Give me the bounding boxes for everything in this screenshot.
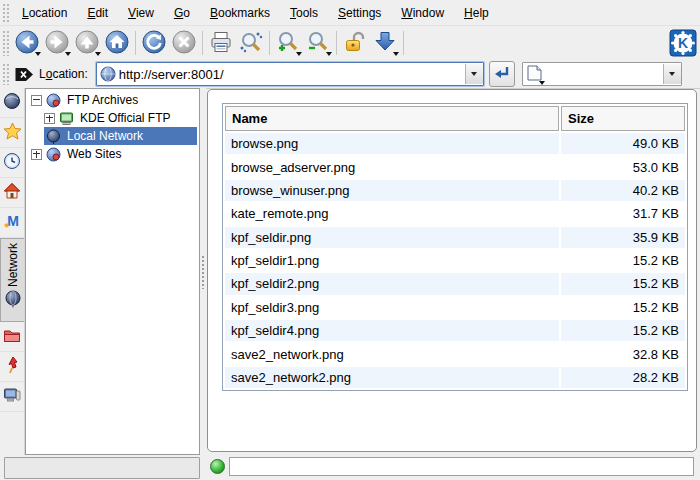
menu-edit[interactable]: Edit [77,2,118,24]
tree-item-ftp-archives[interactable]: FTP Archives [26,91,199,109]
toolbar-grip[interactable] [2,30,9,57]
metabar-m-icon: M [3,212,21,233]
collapse-expander-icon[interactable] [31,95,42,106]
menu-location[interactable]: Location [12,2,77,24]
ftp-globe-icon [46,93,61,108]
network-tab-label: Network [6,243,20,287]
secondary-dropdown-button[interactable] [663,64,681,84]
sidebar-tab-media-player[interactable] [0,382,24,412]
home-icon [104,29,130,58]
main-toolbar: K [0,26,700,61]
file-name: kpf_seldir.png [225,227,559,248]
svg-text:K: K [678,35,688,51]
expand-expander-icon[interactable] [44,113,55,124]
table-row: browse_winuser.png40.2 KB [225,180,685,201]
location-toolbar: Location: [0,60,700,89]
go-button[interactable] [489,61,515,87]
svg-text:M: M [7,213,19,229]
sidebar-tab-bookmarks[interactable] [0,118,24,148]
location-combobox[interactable] [96,62,484,86]
file-size: 15.2 KB [561,297,685,318]
file-size: 35.9 KB [561,227,685,248]
tree-item-web-sites[interactable]: Web Sites [26,145,199,163]
secondary-combobox[interactable] [522,62,682,86]
clear-location-button[interactable] [14,66,35,83]
zoom-in-button[interactable] [273,28,303,58]
reload-button[interactable] [139,28,169,58]
kde-ftp-icon [59,111,74,126]
file-table: Name Size browse.png49.0 KB browse_adser… [222,103,688,391]
stop-icon [171,29,197,58]
security-lock-button[interactable] [340,28,370,58]
tree-item-kde-official-ftp[interactable]: KDE Official FTP [26,109,199,127]
chevron-down-icon [95,52,101,56]
up-button[interactable] [72,28,102,58]
download-button[interactable] [370,28,400,58]
globe-dark-icon [3,92,21,113]
table-row: save2_network.png32.8 KB [225,343,685,364]
print-button[interactable] [206,28,236,58]
menu-bookmarks[interactable]: Bookmarks [200,2,280,24]
zoom-out-button[interactable] [303,28,333,58]
network-globe-icon [46,129,61,144]
file-size: 49.0 KB [561,133,685,154]
toolbar-separator [269,31,270,55]
table-row: browse_adserver.png53.0 KB [225,156,685,177]
tree-item-local-network-selected[interactable]: Local Network [44,127,197,145]
sidebar-tab-history[interactable] [0,148,24,178]
file-size: 32.8 KB [561,343,685,364]
kde-logo[interactable]: K [669,29,697,57]
file-name: save2_network.png [225,343,559,364]
sidebar-tab-strip: M Network [0,88,25,455]
file-name: kate_remote.png [225,203,559,224]
file-size: 53.0 KB [561,156,685,177]
page-icon [526,64,543,85]
stop-button[interactable] [169,28,199,58]
table-row: kpf_seldir4.png15.2 KB [225,320,685,341]
sidebar-tab-root-folder[interactable] [0,322,24,352]
location-input[interactable] [119,67,465,82]
menu-window[interactable]: Window [391,2,454,24]
zoom-icon [238,29,264,58]
file-size: 40.2 KB [561,180,685,201]
table-header-row: Name Size [225,106,685,131]
table-row: browse.png49.0 KB [225,133,685,154]
sidebar-tab-web-browser[interactable] [0,88,24,118]
go-icon [493,65,511,84]
menu-tools[interactable]: Tools [280,2,328,24]
location-dropdown-button[interactable] [465,64,483,84]
expand-expander-icon[interactable] [31,149,42,160]
sidebar-tab-metabar[interactable]: M [0,208,24,238]
menu-bar: Location Edit View Go Bookmarks Tools Se… [0,0,700,26]
toolbar-separator [403,31,404,55]
web-globe-icon [46,147,61,162]
panel-splitter[interactable] [200,88,206,455]
sidebar-tab-services[interactable] [0,352,24,382]
menu-view[interactable]: View [118,2,164,24]
table-row: save2_network2.png28.2 KB [225,367,685,388]
back-button[interactable] [12,28,42,58]
table-row: kpf_seldir2.png15.2 KB [225,273,685,294]
toolbar-separator [202,31,203,55]
red-arrow-icon [4,356,20,377]
column-header-name: Name [225,106,559,131]
menu-settings[interactable]: Settings [328,2,391,24]
file-size: 15.2 KB [561,320,685,341]
file-name: kpf_seldir4.png [225,320,559,341]
splitter-grip [201,255,205,289]
toolbar-separator [135,31,136,55]
toolbar-grip[interactable] [2,3,9,23]
lock-open-icon [342,29,368,58]
menu-help[interactable]: Help [454,2,499,24]
menu-go[interactable]: Go [164,2,200,24]
house-icon [3,182,21,203]
file-name: kpf_seldir2.png [225,273,559,294]
home-button[interactable] [102,28,132,58]
forward-button[interactable] [42,28,72,58]
globe-icon [100,66,116,82]
zoom-button[interactable] [236,28,266,58]
sidebar-tab-network-active[interactable]: Network [0,238,24,322]
sidebar-tab-home-folder[interactable] [0,178,24,208]
file-name: browse_winuser.png [225,180,559,201]
toolbar-grip[interactable] [2,63,9,85]
